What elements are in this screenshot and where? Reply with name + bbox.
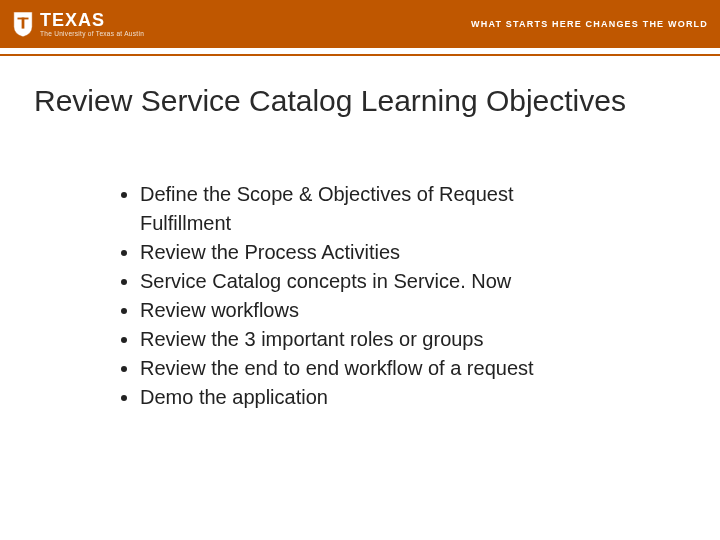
list-item: Service Catalog concepts in Service. Now (140, 267, 606, 296)
page-title: Review Service Catalog Learning Objectiv… (34, 84, 686, 118)
list-item: Review the end to end workflow of a requ… (140, 354, 606, 383)
list-item: Review workflows (140, 296, 606, 325)
svg-rect-1 (22, 18, 25, 29)
list-item: Define the Scope & Objectives of Request… (140, 180, 606, 238)
brand-main: TEXAS (40, 11, 144, 29)
header-bar: TEXAS The University of Texas at Austin … (0, 0, 720, 48)
brand-sub: The University of Texas at Austin (40, 31, 144, 38)
shield-icon (12, 10, 34, 38)
bullet-list: Define the Scope & Objectives of Request… (34, 180, 686, 412)
tagline: WHAT STARTS HERE CHANGES THE WORLD (471, 19, 708, 29)
brand-text: TEXAS The University of Texas at Austin (40, 11, 144, 38)
slide-content: Review Service Catalog Learning Objectiv… (0, 56, 720, 412)
brand-block: TEXAS The University of Texas at Austin (12, 10, 144, 38)
list-item: Demo the application (140, 383, 606, 412)
list-item: Review the Process Activities (140, 238, 606, 267)
list-item: Review the 3 important roles or groups (140, 325, 606, 354)
